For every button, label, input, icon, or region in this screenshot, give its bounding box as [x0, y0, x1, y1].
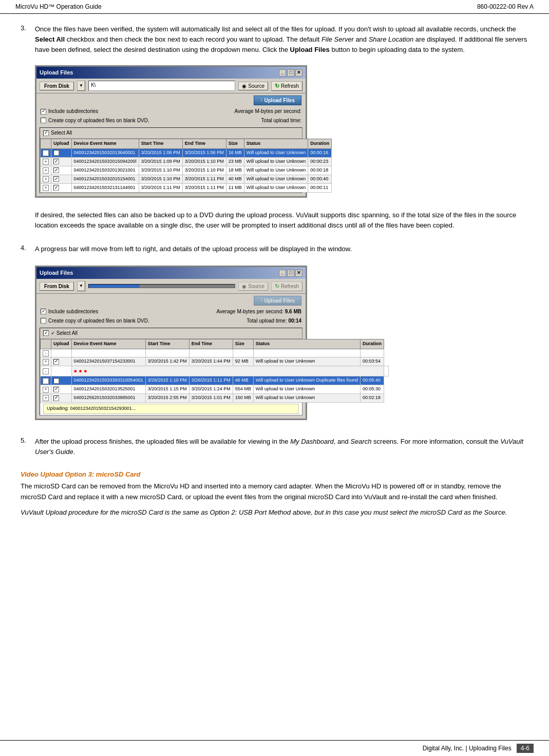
row-upload[interactable] — [51, 349, 72, 357]
path-field-1[interactable]: K\ — [88, 81, 235, 91]
from-disk-dropdown-2[interactable]: ▼ — [77, 281, 85, 291]
col-end-1[interactable]: End Time — [182, 139, 226, 148]
row-expand-btn[interactable]: - — [41, 148, 51, 157]
row-expand-btn[interactable]: + — [41, 357, 51, 366]
titlebar-buttons-2: _ □ ✕ — [279, 270, 302, 277]
row-end: 3/20/2015 1:11 PM — [182, 183, 226, 192]
minimize-btn-2[interactable]: _ — [279, 270, 286, 277]
row-duration — [360, 349, 384, 357]
page-footer: Digital Ally, Inc. | Uploading Files 4-6 — [0, 740, 549, 756]
select-all-checkbox-1[interactable]: ✓ — [43, 130, 49, 136]
row-duration: 00:00:11 — [308, 183, 332, 192]
include-subdirs-checkbox-1[interactable]: ✓ — [41, 109, 46, 115]
include-subdirs-checkbox-2[interactable]: ✓ — [41, 309, 46, 314]
vuvault-guide-italic: VuVault User's Guide — [35, 438, 523, 456]
row-expand-btn[interactable]: + — [41, 183, 51, 192]
minimize-btn-1[interactable]: _ — [279, 69, 286, 77]
row-upload[interactable]: ✓ — [51, 376, 72, 385]
row-upload[interactable]: ✓ — [51, 166, 72, 175]
select-all-label-1: Select All — [51, 129, 72, 137]
list-body-3: Once the files have been verified, the s… — [35, 24, 528, 235]
col-status-1[interactable]: Status — [244, 139, 308, 148]
row-end — [189, 349, 233, 357]
select-all-checkbox-2[interactable]: ✓ — [43, 330, 49, 336]
row-upload[interactable] — [51, 366, 72, 376]
row-start: 3/20/2015 1:10 PM — [139, 166, 182, 175]
row-expand-btn[interactable]: + — [41, 385, 51, 394]
table-row[interactable]: + ✓ 040012342015032013525001 3/20/2015 1… — [41, 385, 389, 394]
upload-files-bold: Upload Files — [290, 46, 330, 53]
screenshot-2: Upload Files _ □ ✕ From Disk ▼ — [35, 266, 307, 420]
create-copy-checkbox-1[interactable] — [41, 118, 46, 123]
col-name-1[interactable]: Device Event Name — [71, 139, 139, 148]
upload-files-button-2[interactable]: ↑ Upload Files — [254, 296, 301, 306]
upload-files-button-1[interactable]: ↑ Upload Files — [254, 96, 301, 105]
col-duration-1[interactable]: Duration — [308, 139, 332, 148]
dialog-title-1: Upload Files — [40, 68, 73, 77]
refresh-button-2[interactable]: ↻ Refresh — [271, 281, 302, 291]
row-upload[interactable]: ✓ — [51, 148, 72, 157]
table-row[interactable]: + ✓ 040012342015033393310054001 3/26/201… — [41, 376, 389, 385]
upload-btn-row-2: ↑ Upload Files — [36, 294, 306, 307]
table-row[interactable]: + ✓ 040012562015032033885001 3/20/2015 2… — [41, 394, 389, 403]
table-row[interactable]: + ✓ 040012342015032015094200l 3/20/2015 … — [41, 157, 332, 166]
row-start: 3/20/2015 1:09 PM — [139, 157, 182, 166]
create-copy-checkbox-2[interactable] — [41, 318, 46, 324]
dialog-options-1: ✓ Include subdirectories Create copy of … — [36, 106, 306, 127]
col2-start[interactable]: Start Time — [145, 339, 189, 349]
source-button-1[interactable]: ◉ Source — [238, 82, 268, 90]
include-subdirs-label-2: Include subdirectories — [48, 308, 98, 316]
from-disk-button-2[interactable]: From Disk — [40, 282, 74, 291]
row-expand-btn[interactable]: + — [41, 376, 51, 385]
from-disk-dropdown-1[interactable]: ▼ — [77, 81, 85, 91]
table-row[interactable]: - — [41, 349, 389, 357]
table-row[interactable]: + ✓ 040012342015032131144001 3/20/2015 1… — [41, 183, 332, 192]
from-disk-button-1[interactable]: From Disk — [40, 82, 74, 90]
row-expand-btn[interactable]: - — [41, 366, 51, 376]
row-upload[interactable]: ✓ — [51, 183, 72, 192]
table-row[interactable]: - ✓ 040012342015032013640001 3/20/2015 1… — [41, 148, 332, 157]
footer-page-num: 4-6 — [517, 744, 534, 753]
row-expand-btn[interactable]: + — [41, 166, 51, 175]
row-expand-btn[interactable]: + — [41, 157, 51, 166]
dialog-title-2: Upload Files — [40, 269, 73, 277]
table-row[interactable]: + ✓ 040012342015032013021001 3/20/2015 1… — [41, 166, 332, 175]
row-expand-btn[interactable]: + — [41, 394, 51, 403]
table-row[interactable]: + ✓ 040012342015037154233001 3/20/2015 1… — [41, 357, 389, 366]
row-upload[interactable]: ✓ — [51, 385, 72, 394]
select-all-label-2: ✓ Select All — [51, 329, 78, 337]
refresh-button-1[interactable]: ↻ Refresh — [271, 81, 302, 91]
row-upload[interactable]: ✓ — [51, 394, 72, 403]
row-upload[interactable]: ✓ — [51, 357, 72, 366]
row-expand-btn[interactable]: + — [41, 175, 51, 183]
checkbox-row-1b: Create copy of uploaded files on blank D… — [41, 117, 149, 125]
source-icon-1: ◉ — [242, 83, 247, 89]
row-start: 3/20/2015 1:42 PM — [145, 357, 189, 366]
row-end: 3/20/2015 1:10 PM — [182, 157, 226, 166]
col2-end[interactable]: End Time — [189, 339, 233, 349]
close-btn-1[interactable]: ✕ — [295, 69, 302, 77]
col-upload-1[interactable]: Upload — [51, 139, 72, 148]
maximize-btn-1[interactable]: □ — [287, 69, 294, 77]
col-start-1[interactable]: Start Time — [139, 139, 182, 148]
row-expand-btn[interactable]: - — [41, 349, 51, 357]
close-btn-2[interactable]: ✕ — [295, 270, 302, 277]
col2-size[interactable]: Size — [233, 339, 253, 349]
col2-name[interactable]: Device Event Name — [71, 339, 145, 349]
table-row[interactable]: + ✓ 040012342015032015154001 3/20/2015 1… — [41, 175, 332, 183]
checkbox-row-2a: ✓ Include subdirectories — [41, 308, 149, 316]
row-end: 3/26/2015 1:11 PM — [189, 376, 233, 385]
table-row[interactable]: - ● ● ● — [41, 366, 389, 376]
source-button-2[interactable]: ◉ Source — [238, 282, 268, 291]
col2-duration[interactable]: Duration — [360, 339, 384, 349]
total-label-2: Total upload time: — [247, 318, 287, 324]
maximize-btn-2[interactable]: □ — [287, 270, 294, 277]
progress-bar-fill-2 — [89, 285, 140, 288]
total-label-1: Total upload time: — [261, 118, 301, 123]
col-size-1[interactable]: Size — [226, 139, 244, 148]
row-name — [71, 349, 145, 357]
row-upload[interactable]: ✓ — [51, 157, 72, 166]
row-upload[interactable]: ✓ — [51, 175, 72, 183]
col2-upload[interactable]: Upload — [51, 339, 72, 349]
col2-status[interactable]: Status — [253, 339, 360, 349]
